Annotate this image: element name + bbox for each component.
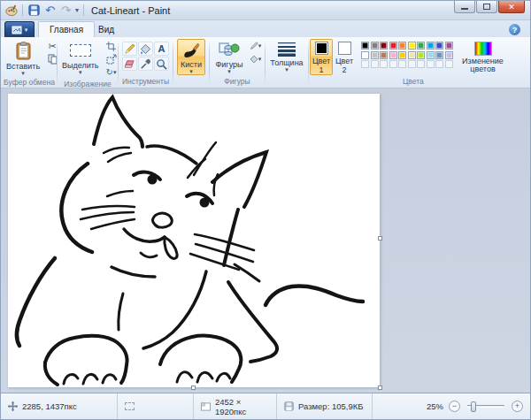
fill-tool[interactable] — [138, 42, 153, 56]
color2-button[interactable]: Цвет 2 — [333, 39, 356, 75]
clipboard-group-label: Буфер обмена — [3, 77, 56, 88]
palette-swatch[interactable] — [427, 42, 435, 50]
minimize-icon — [461, 8, 468, 10]
size-group-label — [266, 76, 307, 88]
select-icon — [70, 44, 91, 57]
edit-colors-icon — [474, 42, 492, 56]
shapes-group-label: Фигуры — [211, 76, 264, 88]
magnifier-tool[interactable] — [154, 57, 169, 71]
fill-bucket-icon — [140, 43, 151, 55]
maximize-button[interactable] — [476, 1, 497, 13]
minimize-button[interactable] — [454, 1, 475, 13]
palette-swatch[interactable] — [361, 51, 369, 59]
brush-icon — [182, 42, 200, 58]
qat-customize-button[interactable]: ▾ — [75, 6, 79, 14]
paste-button[interactable]: Вставить ▾ — [3, 39, 43, 77]
palette-swatch[interactable] — [398, 51, 406, 59]
colors-group-label: Цвета — [310, 76, 530, 88]
resize-button[interactable] — [104, 53, 119, 65]
size-button[interactable]: Толщина ▾ — [266, 39, 306, 73]
select-button[interactable]: Выделить ▾ — [58, 39, 103, 76]
pencil-icon — [124, 43, 135, 55]
text-tool[interactable]: A — [154, 42, 169, 56]
brushes-button[interactable]: Кисти ▾ — [177, 39, 205, 75]
canvas-resize-handle-right[interactable] — [378, 236, 382, 241]
group-separator — [173, 40, 173, 85]
tab-view[interactable]: Вид — [88, 21, 125, 37]
shape-outline-button[interactable]: ▾ — [249, 40, 263, 52]
eraser-tool[interactable] — [122, 57, 137, 71]
clipboard-icon — [15, 42, 32, 60]
palette-swatch[interactable] — [361, 42, 369, 50]
drawing-canvas[interactable] — [8, 94, 380, 387]
palette-swatch-empty[interactable] — [417, 60, 425, 68]
palette-swatch[interactable] — [380, 42, 388, 50]
pencil-tool[interactable] — [122, 42, 137, 56]
color1-button[interactable]: Цвет 1 — [310, 39, 333, 75]
selection-size-icon — [125, 402, 135, 410]
zoom-slider-thumb[interactable] — [471, 401, 476, 412]
edit-colors-button[interactable]: Изменение цветов — [457, 39, 510, 74]
shape-outline-caret: ▾ — [258, 43, 262, 49]
rotate-button[interactable]: ↻▾ — [104, 66, 119, 79]
qat-separator — [83, 4, 84, 16]
canvas-resize-handle-bottom[interactable] — [191, 386, 196, 390]
palette-swatch[interactable] — [427, 51, 435, 59]
color2-label: Цвет — [335, 57, 353, 65]
palette-swatch[interactable] — [380, 51, 388, 59]
file-menu-button[interactable]: ▾ — [4, 21, 35, 37]
select-caret: ▾ — [79, 70, 82, 75]
color2-number: 2 — [342, 65, 346, 74]
size-group: Толщина ▾ — [266, 37, 307, 88]
palette-swatch[interactable] — [389, 42, 397, 50]
save-button[interactable] — [27, 4, 41, 17]
eyedropper-icon — [141, 58, 151, 69]
palette-swatch-empty[interactable] — [435, 60, 443, 68]
zoom-out-button[interactable]: − — [449, 401, 460, 412]
palette-swatch[interactable] — [389, 51, 397, 59]
help-button[interactable]: ? — [509, 24, 520, 35]
palette-swatch[interactable] — [408, 51, 416, 59]
text-tool-icon: A — [158, 43, 165, 54]
group-separator — [209, 40, 210, 85]
palette-swatch[interactable] — [398, 42, 406, 50]
palette-swatch-empty[interactable] — [361, 60, 369, 68]
paste-caret: ▾ — [21, 71, 25, 76]
undo-button[interactable]: ↶ — [43, 4, 57, 17]
palette-swatch[interactable] — [435, 42, 443, 50]
palette-swatch-empty[interactable] — [427, 60, 435, 68]
shape-fill-button[interactable]: ▾ — [249, 53, 263, 65]
palette-swatch[interactable] — [371, 42, 379, 50]
tab-home[interactable]: Главная — [38, 21, 95, 37]
rotate-caret: ▾ — [113, 70, 117, 75]
palette-swatch[interactable] — [445, 42, 453, 50]
color-picker-tool[interactable] — [138, 57, 153, 71]
canvas-resize-handle-corner[interactable] — [378, 386, 382, 390]
palette-swatch-empty[interactable] — [398, 60, 406, 68]
zoom-slider[interactable] — [467, 405, 504, 408]
group-separator — [308, 40, 309, 85]
redo-button[interactable]: ↷ — [59, 4, 73, 17]
zoom-in-button[interactable]: + — [512, 401, 523, 412]
palette-swatch-empty[interactable] — [389, 60, 397, 68]
palette-swatch-empty[interactable] — [408, 60, 416, 68]
palette-swatch[interactable] — [408, 42, 416, 50]
qat-separator — [22, 4, 23, 16]
palette-swatch[interactable] — [417, 42, 425, 50]
palette-swatch-empty[interactable] — [445, 60, 453, 68]
scissors-icon: ✂ — [49, 41, 57, 52]
palette-swatch[interactable] — [445, 51, 453, 59]
palette-swatch-empty[interactable] — [371, 60, 379, 68]
selection-size-section — [118, 393, 194, 419]
tools-group: A Инструменты — [119, 37, 172, 88]
magnifier-icon — [156, 58, 167, 70]
close-button[interactable]: ✕ — [498, 1, 525, 13]
shapes-button[interactable]: Фигуры ▾ — [212, 39, 246, 75]
crop-icon — [106, 42, 116, 51]
palette-swatch[interactable] — [371, 51, 379, 59]
palette-swatch[interactable] — [435, 51, 443, 59]
palette-swatch[interactable] — [417, 51, 425, 59]
fill-mini-icon — [250, 55, 258, 64]
crop-button[interactable] — [104, 40, 119, 52]
palette-swatch-empty[interactable] — [380, 60, 388, 68]
